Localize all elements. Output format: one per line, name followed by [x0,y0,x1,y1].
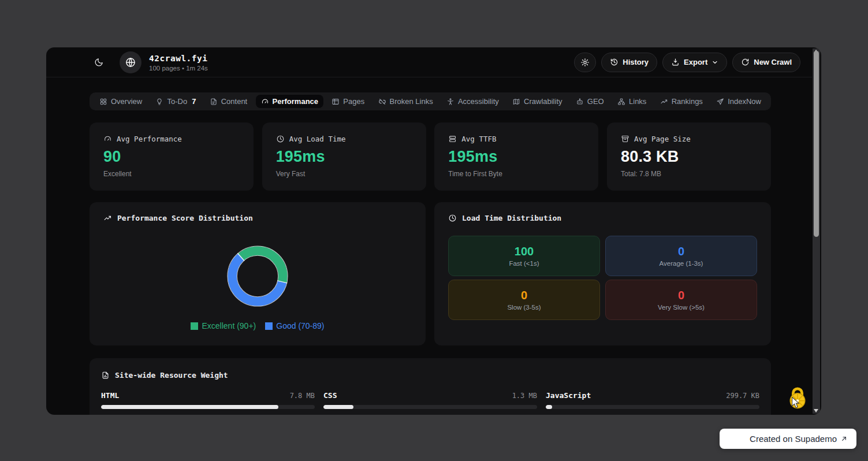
resource-size: 299.7 KB [726,392,759,400]
metric-cards-row: Avg Performance 90 Excellent Avg Load Ti… [90,122,771,191]
globe-icon [125,57,136,68]
resource-name: CSS [323,391,337,400]
export-button[interactable]: Export [662,53,727,72]
resource-item-html: HTML 7.8 MB [101,391,315,409]
tile-value: 100 [515,245,534,258]
donut-legend: Excellent (90+) Good (70-89) [90,321,426,330]
todo-count-badge: 7 [192,97,196,106]
tile-fast: 100 Fast (<1s) [448,236,600,276]
tile-value: 0 [678,245,684,258]
progress-track [323,405,537,409]
scrollbar-thumb[interactable] [814,51,819,237]
resource-item-css: CSS 1.3 MB [323,391,537,409]
card-avg-load-time: Avg Load Time 195ms Very Fast [262,122,426,191]
resource-size: 1.3 MB [512,392,537,400]
lightbulb-icon [155,98,163,106]
scrollbar-down-arrow[interactable] [814,409,818,412]
card-label-text: Avg Performance [117,135,182,143]
settings-button[interactable] [574,53,596,72]
chevron-down-icon [711,59,718,66]
broken-link-icon [378,98,386,106]
panel-title-text: Performance Score Distribution [117,214,253,222]
map-icon [512,98,520,106]
card-subtext: Excellent [103,170,240,178]
gauge-icon [103,135,112,143]
supademo-badge-text: Created on Supademo [750,434,837,444]
resource-grid: HTML 7.8 MB CSS 1.3 MB JavaScript 299.7 … [101,391,759,409]
download-icon [671,58,680,66]
tab-bar: Overview To-Do7 Content Performance Page… [90,92,771,110]
refresh-icon [741,58,750,66]
server-icon [448,135,457,143]
tile-slow: 0 Slow (3-5s) [448,280,600,320]
tab-links[interactable]: Links [612,95,651,108]
history-icon [610,58,619,66]
accessibility-icon [446,98,455,106]
progress-fill [546,405,552,409]
supademo-badge[interactable]: Created on Supademo [720,429,856,449]
table-icon [331,98,340,106]
tile-average: 0 Average (1-3s) [605,236,757,276]
progress-fill [101,405,278,409]
tile-label: Fast (<1s) [509,260,539,267]
tab-content[interactable]: Content [204,95,253,108]
load-time-panel: Load Time Distribution 100 Fast (<1s) 0 … [434,202,771,345]
resource-name: HTML [101,391,119,400]
archive-icon [621,135,629,143]
grid-icon [99,98,107,106]
performance-donut-chart [225,244,290,308]
trending-up-icon [103,214,112,222]
tab-geo[interactable]: GEO [571,95,609,108]
tab-broken-links[interactable]: Broken Links [373,95,438,108]
site-avatar [120,51,141,73]
tab-performance[interactable]: Performance [256,95,323,108]
new-crawl-button[interactable]: New Crawl [732,53,800,72]
scrollbar-track[interactable] [813,49,820,414]
site-title: 42crawl.fyi [149,54,208,63]
card-label-text: Avg Page Size [634,135,691,143]
legend-item-good: Good (70-89) [265,321,324,330]
dark-mode-moon-icon[interactable] [94,57,104,67]
tab-rankings[interactable]: Rankings [655,95,708,108]
tab-todo[interactable]: To-Do7 [150,95,201,108]
card-avg-performance: Avg Performance 90 Excellent [90,122,254,191]
tile-value: 0 [678,289,684,302]
tab-pages[interactable]: Pages [326,95,370,108]
card-avg-page-size: Avg Page Size 80.3 KB Total: 7.8 MB [607,122,771,191]
tile-very-slow: 0 Very Slow (>5s) [605,280,757,320]
history-button[interactable]: History [601,53,657,72]
tab-overview[interactable]: Overview [94,95,147,108]
card-subtext: Very Fast [276,170,412,178]
legend-item-excellent: Excellent (90+) [191,321,256,330]
history-label: History [623,58,649,66]
card-subtext: Total: 7.8 MB [621,170,757,178]
document-icon [210,98,218,106]
resource-size: 7.8 MB [290,392,315,400]
card-subtext: Time to First Byte [448,170,584,178]
trending-up-icon [660,98,668,106]
tile-value: 0 [521,289,527,302]
mouse-cursor [791,397,800,409]
tile-label: Very Slow (>5s) [658,304,705,311]
file-chart-icon [101,371,110,380]
tab-indexnow[interactable]: IndexNow [711,95,766,108]
performance-score-panel: Performance Score Distribution Excellent… [90,202,426,345]
robot-icon [576,98,584,106]
tab-accessibility[interactable]: Accessibility [441,95,504,108]
card-avg-ttfb: Avg TTFB 195ms Time to First Byte [434,122,598,191]
card-label-text: Avg TTFB [461,135,496,143]
chart-panels-row: Performance Score Distribution Excellent… [90,202,771,345]
load-time-tiles: 100 Fast (<1s) 0 Average (1-3s) 0 Slow (… [448,236,757,320]
tab-crawlability[interactable]: Crawlability [507,95,567,108]
legend-swatch-excellent [191,322,198,330]
sitemap-icon [617,98,625,106]
resource-name: JavaScript [546,391,591,400]
clock-icon [276,135,285,143]
arrow-up-right-icon [840,434,848,443]
card-value: 90 [103,148,240,166]
site-meta: 100 pages • 1m 24s [149,65,208,72]
card-value: 80.3 KB [621,148,757,166]
app-window: 42crawl.fyi 100 pages • 1m 24s History E… [46,47,821,415]
panel-title-text: Load Time Distribution [462,214,561,222]
tile-label: Slow (3-5s) [507,304,541,311]
